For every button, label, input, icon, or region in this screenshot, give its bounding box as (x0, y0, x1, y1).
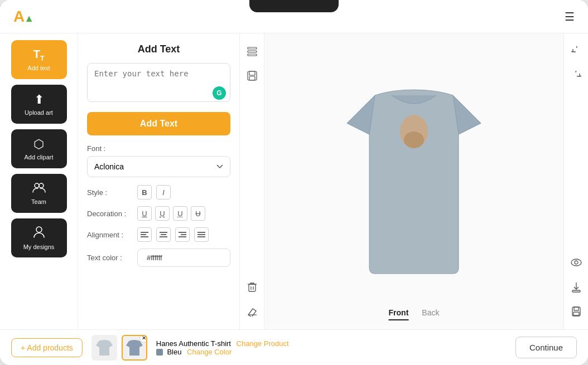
undo-icon[interactable] (567, 42, 585, 60)
svg-rect-17 (248, 54, 257, 56)
italic-button[interactable]: I (156, 185, 171, 199)
sidebar-item-add-clipart[interactable]: ⬡ Add clipart (11, 129, 67, 168)
logo-caret: ▲ (24, 13, 33, 24)
svg-rect-18 (248, 71, 257, 80)
font-label: Font : (87, 144, 230, 153)
style-buttons: B I (137, 185, 171, 199)
clipart-icon: ⬡ (33, 137, 44, 152)
change-product-link[interactable]: Change Product (237, 339, 289, 348)
font-select[interactable]: Aclonica Arial Georgia Helvetica Times N… (87, 156, 230, 177)
svg-rect-31 (572, 290, 580, 292)
svg-rect-15 (248, 47, 257, 49)
decoration-row: Decoration : U U U U (87, 206, 230, 221)
hamburger-menu[interactable]: ☰ (565, 10, 575, 23)
right-toolbar (563, 33, 588, 329)
add-text-button[interactable]: Add Text (87, 112, 230, 135)
svg-rect-20 (249, 76, 255, 80)
svg-rect-34 (573, 312, 579, 315)
svg-point-29 (575, 261, 578, 264)
sidebar-item-add-text[interactable]: TT Add text (11, 40, 67, 79)
sidebar-label-upload-art: Upload art (25, 109, 53, 116)
font-row: Font : Aclonica Arial Georgia Helvetica … (87, 144, 230, 177)
svg-point-0 (35, 183, 39, 188)
svg-point-27 (404, 132, 424, 148)
canvas-area: Front Back (264, 33, 563, 329)
tab-back[interactable]: Back (422, 308, 439, 320)
logo-letter-a: A (13, 8, 24, 25)
redo-icon[interactable] (567, 67, 585, 85)
decoration-buttons: U U U U (137, 206, 205, 221)
underline-button-3[interactable]: U (173, 206, 187, 221)
text-icon: TT (33, 48, 45, 62)
color-name: Bleu (167, 348, 181, 356)
product-name: Hanes Authentic T-shirt (156, 339, 231, 348)
underline-button-1[interactable]: U (137, 206, 152, 221)
sidebar-label-team: Team (31, 198, 46, 205)
tab-front[interactable]: Front (389, 308, 409, 320)
svg-point-1 (39, 183, 44, 188)
product-info: Hanes Authentic T-shirt Change Product B… (156, 339, 507, 356)
svg-rect-19 (249, 71, 255, 75)
svg-point-28 (571, 259, 581, 266)
app-window: A▲ ☰ TT Add text ⬆ Upload art ⬡ Add clip… (0, 0, 588, 365)
strikethrough-button[interactable]: U (191, 206, 205, 221)
trash-icon[interactable] (243, 278, 261, 296)
text-color-row: Text color : #ffffff (87, 249, 230, 267)
tshirt-preview (330, 84, 498, 279)
align-left-button[interactable] (137, 227, 152, 242)
save-icon[interactable] (567, 303, 585, 320)
color-swatch[interactable]: #ffffff (137, 249, 230, 267)
svg-rect-21 (249, 284, 256, 291)
view-tabs: Front Back (389, 308, 440, 320)
product-color-line: Bleu Change Color (156, 348, 507, 356)
bold-button[interactable]: B (137, 185, 152, 199)
product-name-line: Hanes Authentic T-shirt Change Product (156, 339, 507, 348)
thumb-close-button[interactable]: ✕ (139, 335, 147, 343)
change-color-link[interactable]: Change Color (187, 348, 232, 356)
sidebar-item-upload-art[interactable]: ⬆ Upload art (11, 85, 67, 124)
sidebar-label-add-text: Add text (27, 65, 50, 71)
text-input[interactable] (87, 63, 230, 102)
svg-rect-33 (574, 307, 579, 310)
main-content: TT Add text ⬆ Upload art ⬡ Add clipart T… (0, 33, 588, 329)
sidebar-label-add-clipart: Add clipart (25, 154, 54, 160)
style-label: Style : (87, 188, 137, 197)
align-right-button[interactable] (175, 227, 190, 242)
bottom-bar: + Add products ✕ Hanes Authentic T-shirt… (0, 329, 588, 365)
svg-point-2 (36, 227, 42, 232)
align-justify-button[interactable] (194, 227, 209, 242)
alignment-label: Alignment : (87, 231, 137, 239)
sidebar-label-my-designs: My designs (23, 244, 55, 250)
panel-title: Add Text (87, 43, 230, 55)
upload-icon: ⬆ (34, 93, 44, 107)
sidebar-item-team[interactable]: Team (11, 174, 67, 213)
eye-icon[interactable] (567, 254, 585, 271)
svg-rect-26 (392, 148, 436, 260)
align-center-button[interactable] (156, 227, 171, 242)
logo: A▲ (13, 8, 33, 26)
save-canvas-icon[interactable] (243, 67, 261, 85)
add-products-button[interactable]: + Add products (11, 338, 83, 357)
color-dot (156, 349, 163, 356)
svg-rect-16 (248, 51, 257, 52)
team-icon (32, 182, 46, 196)
eraser-icon[interactable] (243, 303, 261, 320)
canvas-toolbar (240, 33, 264, 329)
sidebar: TT Add text ⬆ Upload art ⬡ Add clipart T… (0, 33, 78, 329)
style-row: Style : B I (87, 185, 230, 199)
list-icon[interactable] (243, 42, 261, 60)
text-color-label: Text color : (87, 254, 137, 262)
my-designs-icon (33, 226, 45, 241)
download-icon[interactable] (567, 278, 585, 296)
notch (249, 0, 339, 12)
alignment-buttons (137, 227, 209, 242)
product-thumb-2[interactable]: ✕ (122, 335, 147, 361)
grammarly-button[interactable]: G (213, 86, 226, 100)
product-thumbnails: ✕ (91, 335, 147, 361)
product-thumb-1[interactable] (91, 335, 117, 361)
continue-button[interactable]: Continue (515, 337, 577, 358)
decoration-label: Decoration : (87, 210, 137, 218)
text-panel: Add Text G Add Text Font : Aclonica Aria… (78, 33, 240, 329)
sidebar-item-my-designs[interactable]: My designs (11, 218, 67, 257)
underline-button-2[interactable]: U (155, 206, 170, 221)
